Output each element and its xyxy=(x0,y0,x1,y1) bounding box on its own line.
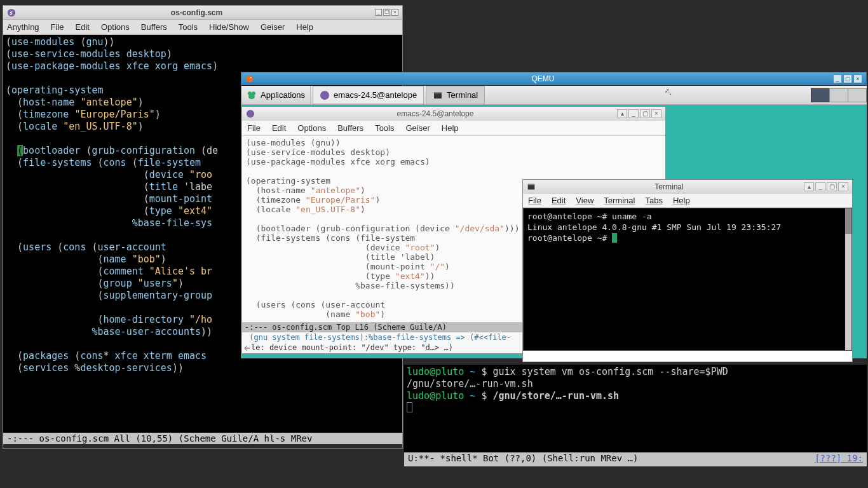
gmenu-tools[interactable]: Tools xyxy=(375,123,394,133)
menu-geiser[interactable]: Geiser xyxy=(261,22,285,32)
guest-shadeup-button[interactable]: ▴ xyxy=(617,109,627,118)
taskbar-item-emacs[interactable]: emacs-24.5@antelope xyxy=(313,86,424,104)
terminal-icon xyxy=(527,182,536,191)
emacs-icon xyxy=(7,8,16,17)
menu-options[interactable]: Options xyxy=(101,22,130,32)
emacs-task-icon xyxy=(320,90,330,100)
guest-maximize-button[interactable]: ▢ xyxy=(640,109,650,118)
menu-tools[interactable]: Tools xyxy=(179,22,198,32)
guest-emacs-icon xyxy=(246,109,255,118)
terminal-scrollbar[interactable] xyxy=(845,208,851,350)
tmenu-terminal[interactable]: Terminal xyxy=(604,196,635,205)
gmenu-buffers[interactable]: Buffers xyxy=(337,123,363,133)
host-emacs-title: os-config.scm xyxy=(171,8,222,17)
task-label-emacs: emacs-24.5@antelope xyxy=(334,90,417,100)
host-shell-buffer[interactable]: ludo@pluto ~ $ guix system vm os-config.… xyxy=(404,365,867,466)
terminal-scrollthumb[interactable] xyxy=(845,208,851,234)
guest-terminal-titlebar[interactable]: Terminal ▴ _ ▢ × xyxy=(523,180,852,194)
tmenu-view[interactable]: View xyxy=(576,196,593,205)
svg-point-0 xyxy=(8,8,15,16)
host-emacs-titlebar[interactable]: os-config.scm _ ▢ × xyxy=(3,6,402,20)
workspace-3[interactable] xyxy=(848,88,867,102)
guest-terminal-menubar: File Edit View Terminal Tabs Help xyxy=(523,194,852,208)
guest-emacs-title: emacs-24.5@antelope xyxy=(397,109,474,118)
guest-emacs-titlebar[interactable]: emacs-24.5@antelope ▴ _ ▢ × xyxy=(242,107,665,121)
guest-emacs-menubar: File Edit Options Buffers Tools Geiser H… xyxy=(242,121,665,136)
close-button[interactable]: × xyxy=(391,9,398,16)
menu-file[interactable]: File xyxy=(51,22,64,32)
qemu-titlebar[interactable]: QEMU _ ▢ × xyxy=(241,72,866,85)
qemu-maximize-button[interactable]: ▢ xyxy=(843,74,852,83)
svg-point-2 xyxy=(250,77,252,78)
menu-buffers[interactable]: Buffers xyxy=(141,22,167,32)
term-maximize-button[interactable]: ▢ xyxy=(827,182,837,191)
svg-point-5 xyxy=(248,94,255,99)
maximize-button[interactable]: ▢ xyxy=(383,9,390,16)
term-close-button[interactable]: × xyxy=(838,182,848,191)
host-emacs-menubar: Anything File Edit Options Buffers Tools… xyxy=(3,20,402,35)
qemu-minimize-button[interactable]: _ xyxy=(833,74,842,83)
guest-terminal-body[interactable]: root@antelope ~# uname -a Linux antelope… xyxy=(523,208,852,351)
tmenu-tabs[interactable]: Tabs xyxy=(645,196,662,205)
svg-point-9 xyxy=(247,110,254,118)
workspace-pager[interactable] xyxy=(811,88,867,102)
menu-edit[interactable]: Edit xyxy=(76,22,90,32)
host-shell-statusbar: U:**- *shell* Bot (??,0) (Shell:run MRev… xyxy=(404,452,867,466)
tmenu-edit[interactable]: Edit xyxy=(552,196,566,205)
guest-minimize-button[interactable]: _ xyxy=(628,109,639,118)
term-minimize-button[interactable]: _ xyxy=(815,182,825,191)
taskbar-item-terminal[interactable]: Terminal xyxy=(426,86,485,104)
qemu-close-button[interactable]: × xyxy=(853,74,862,83)
svg-point-1 xyxy=(247,76,254,83)
gmenu-help[interactable]: Help xyxy=(442,123,459,133)
shell-statusbar-link[interactable]: [???] 19: xyxy=(815,453,863,463)
continuation-icon xyxy=(245,345,251,351)
tmenu-help[interactable]: Help xyxy=(673,196,690,205)
gmenu-edit[interactable]: Edit xyxy=(272,123,286,133)
gmenu-options[interactable]: Options xyxy=(297,123,326,133)
svg-rect-11 xyxy=(528,184,535,186)
gmenu-file[interactable]: File xyxy=(247,123,261,133)
xfce-mouse-icon xyxy=(247,90,257,100)
guest-terminal-window: Terminal ▴ _ ▢ × File Edit View Terminal… xyxy=(522,179,853,362)
workspace-2[interactable] xyxy=(829,88,848,102)
workspace-1[interactable] xyxy=(811,88,830,102)
gmenu-geiser[interactable]: Geiser xyxy=(405,123,430,133)
applications-label: Applications xyxy=(261,90,305,100)
term-shadeup-button[interactable]: ▴ xyxy=(804,182,814,191)
menu-anything[interactable]: Anything xyxy=(7,22,39,32)
menu-help[interactable]: Help xyxy=(296,22,313,32)
host-emacs-statusbar: -:--- os-config.scm All (10,55) (Scheme … xyxy=(3,433,402,444)
guest-close-button[interactable]: × xyxy=(651,109,661,118)
menu-hideshow[interactable]: Hide/Show xyxy=(209,22,249,32)
guest-terminal-title: Terminal xyxy=(654,182,683,191)
xfce-panel: Applications emacs-24.5@antelope Termina… xyxy=(241,86,867,105)
task-label-terminal: Terminal xyxy=(447,90,478,100)
svg-point-6 xyxy=(320,91,329,100)
qemu-title-text: QEMU xyxy=(532,74,555,83)
shell-statusbar-left: U:**- *shell* Bot (??,0) (Shell:run MRev… xyxy=(408,453,638,463)
svg-rect-8 xyxy=(434,92,442,93)
terminal-task-icon xyxy=(433,90,443,100)
qemu-icon xyxy=(245,74,254,83)
tmenu-file[interactable]: File xyxy=(528,196,541,205)
applications-menu-button[interactable]: Applications xyxy=(241,86,311,104)
minimize-button[interactable]: _ xyxy=(375,9,382,16)
